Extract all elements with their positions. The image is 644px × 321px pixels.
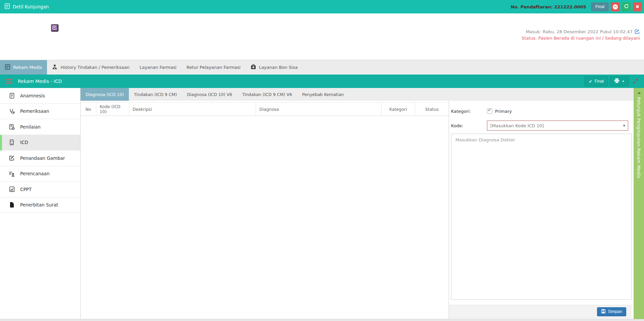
edit-pencil-icon <box>52 25 57 31</box>
pencil-square-icon <box>8 155 15 161</box>
print-button[interactable]: ▼ <box>610 76 629 86</box>
stethoscope-icon <box>8 108 15 114</box>
sidebar-item-perencanaan[interactable]: Perencanaan <box>0 166 80 182</box>
panel-header: Rekam Medis - ICD ✔ Final ▼ <box>0 75 644 88</box>
icd-sub-tab-bar: Diagnosa (ICD 10) Tindakan (ICD 9 CM) Di… <box>81 88 634 101</box>
medical-record-icon <box>5 64 10 71</box>
registration-number: No. Pendaftaran: 221222.0005 <box>511 4 586 9</box>
kode-select-placeholder: [Masukkan Kode ICD 10] <box>490 123 544 128</box>
diagnosa-table: No Kode (ICD 10) Deskripsi Diagnosa Kate… <box>81 101 449 319</box>
file-icon <box>8 202 15 208</box>
visit-info-section: Masuk: Rabu, 28 Desember 2022 Pukul 10:0… <box>0 13 644 60</box>
sidebar-item-anamnesis[interactable]: Anamnesis <box>0 88 80 104</box>
sidebar-item-penilaian[interactable]: Penilaian <box>0 119 80 135</box>
window-title-text: Detil Kunjungan <box>13 4 49 9</box>
notepad-icon <box>8 93 15 99</box>
refresh-button[interactable] <box>622 2 631 11</box>
expand-fullscreen-icon[interactable] <box>633 79 638 84</box>
drawer-arrow-icon: ◄ <box>638 91 640 95</box>
chart-icon <box>8 186 15 192</box>
subtab-tindakan-icd9cm[interactable]: Tindakan (ICD 9 CM) <box>129 88 182 101</box>
print-dropdown-caret-icon: ▼ <box>622 80 625 83</box>
sidebar: Anamnesis Pemeriksaan Penilaian ICD ICD … <box>0 88 81 319</box>
sidebar-item-penandaan-gambar[interactable]: Penandaan Gambar <box>0 150 80 166</box>
final-button-top[interactable]: Final <box>591 2 609 11</box>
sidebar-item-pemeriksaan[interactable]: Pemeriksaan <box>0 104 80 120</box>
sidebar-item-cppt[interactable]: CPPT <box>0 182 80 197</box>
main-tab-bar: Rekam Medis History Tindakan / Pemeriksa… <box>0 60 644 75</box>
tab-layanan-farmasi[interactable]: Layanan Farmasi <box>135 60 182 75</box>
minus-circle-icon <box>613 4 618 9</box>
icd-device-icon: ICD <box>8 139 15 145</box>
column-header-status: Status <box>415 103 449 116</box>
column-header-kode: Kode (ICD 10) <box>96 103 129 116</box>
column-header-no: No <box>81 103 96 116</box>
refresh-icon <box>624 4 629 10</box>
form-footer: Simpan <box>449 305 632 318</box>
svg-text:ICD: ICD <box>10 141 13 142</box>
sidebar-item-icd[interactable]: ICD ICD <box>0 135 80 151</box>
bottom-strip <box>0 319 644 321</box>
panel-header-actions: ✔ Final ▼ <box>585 76 641 86</box>
column-header-diagnosa: Diagnosa <box>256 103 382 116</box>
content-area: Anamnesis Pemeriksaan Penilaian ICD ICD … <box>0 88 644 319</box>
close-icon: ✖ <box>636 4 639 9</box>
tab-history-tindakan[interactable]: History Tindakan / Pemeriksaan <box>47 60 135 75</box>
subtab-penyebab-kematian[interactable]: Penyebab Kematian <box>297 88 349 101</box>
kategori-label: Kategori: <box>451 109 487 114</box>
topbar: Detil Kunjungan No. Pendaftaran: 221222.… <box>0 0 644 13</box>
primary-checkbox[interactable]: ✔ <box>487 108 492 114</box>
minimize-remove-button[interactable] <box>611 2 620 11</box>
primary-checkbox-label: Primary <box>495 109 512 114</box>
printer-icon <box>614 78 620 84</box>
diagnosa-work-area: No Kode (ICD 10) Deskripsi Diagnosa Kate… <box>81 101 634 319</box>
kode-icd10-select[interactable]: [Masukkan Kode ICD 10] ▼ <box>487 121 628 131</box>
column-header-deskripsi: Deskripsi <box>129 103 256 116</box>
panel-title: Rekam Medis - ICD <box>18 79 62 84</box>
first-aid-kit-icon <box>251 64 256 71</box>
tab-rekam-medis[interactable]: Rekam Medis <box>0 60 47 75</box>
column-header-kategori: Kategori <box>382 103 415 116</box>
help-drawer-toggle[interactable]: ◄ Petunjuk Penginputan Rekam Medis <box>634 88 644 319</box>
edit-visit-button[interactable] <box>51 24 58 32</box>
topbar-actions: No. Pendaftaran: 221222.0005 Final ✖ <box>511 2 642 11</box>
patient-status-text: Status. Pasien Berada di ruangan ini / S… <box>522 36 640 41</box>
doctor-icon <box>52 64 57 71</box>
subtab-diagnosa-icd10[interactable]: Diagnosa (ICD 10) <box>81 88 129 101</box>
masuk-text: Masuk: Rabu, 28 Desember 2022 Pukul 10:0… <box>526 29 633 34</box>
detil-kunjungan-window: Detil Kunjungan No. Pendaftaran: 221222.… <box>0 0 644 321</box>
diagnosa-table-header: No Kode (ICD 10) Deskripsi Diagnosa Kate… <box>81 102 449 116</box>
plan-person-icon <box>8 171 15 177</box>
checkbox-check-icon: ✔ <box>488 107 491 112</box>
visit-status-block: Masuk: Rabu, 28 Desember 2022 Pukul 10:0… <box>522 29 640 41</box>
sidebar-item-penerbitan-surat[interactable]: Penerbitan Surat <box>0 197 80 213</box>
close-button[interactable]: ✖ <box>633 2 642 11</box>
icd-main-area: Diagnosa (ICD 10) Tindakan (ICD 9 CM) Di… <box>81 88 634 319</box>
simpan-button[interactable]: Simpan <box>597 307 626 316</box>
tab-retur-pelayanan-farmasi[interactable]: Retur Pelayanan Farmasi <box>182 60 246 75</box>
assessment-doc-icon <box>8 124 15 130</box>
diagnosa-entry-form: Kategori: ✔ Primary Kode: [Masukkan Kode… <box>449 101 634 319</box>
subtab-diagnosa-icd10-v6[interactable]: Diagnosa (ICD 10) V6 <box>182 88 237 101</box>
help-drawer-label: Petunjuk Penginputan Rekam Medis <box>636 97 641 178</box>
select-caret-icon: ▼ <box>623 124 625 127</box>
final-button-panel[interactable]: ✔ Final <box>585 76 608 86</box>
window-title: Detil Kunjungan <box>5 3 49 10</box>
save-floppy-icon <box>601 309 606 315</box>
edit-masuk-icon[interactable] <box>635 29 640 34</box>
check-icon: ✔ <box>589 79 592 84</box>
subtab-tindakan-icd9cm-v6[interactable]: Tindakan (ICD 9 CM) V6 <box>237 88 297 101</box>
diagnosa-dokter-textarea[interactable] <box>451 134 632 300</box>
menu-icon[interactable] <box>6 79 12 84</box>
tab-layanan-bon-sisa[interactable]: Layanan Bon Sisa <box>246 60 303 75</box>
document-icon <box>5 3 10 10</box>
kode-label: Kode: <box>451 123 487 128</box>
